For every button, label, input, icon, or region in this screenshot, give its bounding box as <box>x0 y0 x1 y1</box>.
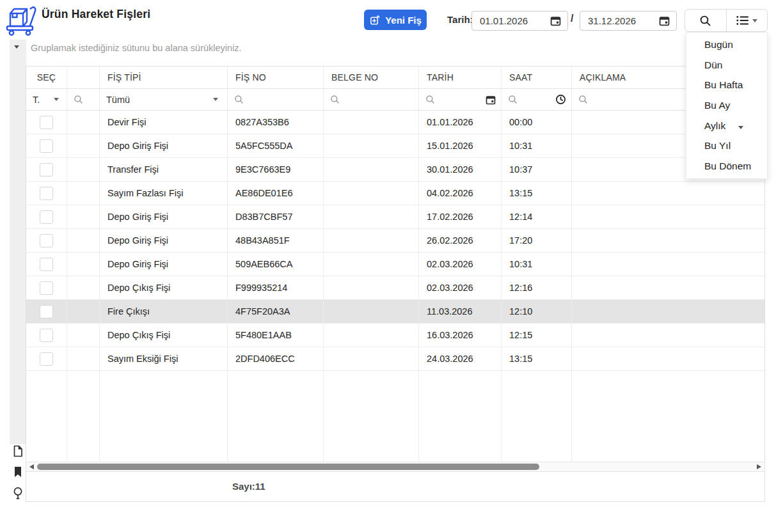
table-row[interactable]: Depo Giriş FişiD83B7CBF5717.02.202612:14 <box>26 205 764 229</box>
row-checkbox[interactable] <box>40 329 53 342</box>
fis-no-filter[interactable] <box>228 89 324 110</box>
lightbulb-icon[interactable] <box>13 487 23 500</box>
column-header-fis-no[interactable]: FİŞ NO <box>228 66 324 88</box>
menu-item-bu-donem[interactable]: Bu Dönem <box>686 156 767 176</box>
date-to-input[interactable]: 31.12.2026 <box>580 11 677 31</box>
date-separator: / <box>571 13 573 24</box>
clock-icon[interactable] <box>555 94 566 105</box>
scrollbar-thumb[interactable] <box>37 464 539 470</box>
row-checkbox[interactable] <box>40 139 53 153</box>
row-checkbox[interactable] <box>40 281 53 295</box>
scroll-right-arrow[interactable] <box>757 464 761 469</box>
scroll-left-arrow[interactable] <box>29 464 34 469</box>
menu-item-bu-hafta[interactable]: Bu Hafta <box>686 75 767 95</box>
horizontal-scrollbar[interactable] <box>26 462 764 471</box>
chevron-down-icon <box>213 98 218 101</box>
cell-fis-tipi: Depo Çıkış Fişi <box>100 276 228 299</box>
row-checkbox[interactable] <box>40 305 53 318</box>
calendar-icon[interactable] <box>486 95 496 105</box>
menu-item-label: Bu Yıl <box>704 140 731 151</box>
cell-tarih: 15.01.2026 <box>419 134 502 157</box>
collapse-group-panel-button[interactable] <box>10 40 26 444</box>
menu-item-label: Dün <box>704 59 722 70</box>
calendar-icon[interactable] <box>550 15 561 26</box>
cell-spacer <box>67 158 100 181</box>
table-row[interactable]: Depo Çıkış FişiF99993521402.03.202612:16 <box>26 276 764 300</box>
select-type-filter[interactable]: T. <box>26 89 67 110</box>
cell-aciklama <box>572 324 764 347</box>
menu-item-bu-ay[interactable]: Bu Ay <box>686 95 767 116</box>
cell-aciklama <box>572 300 764 323</box>
menu-item-aylik[interactable]: Aylık <box>686 116 767 136</box>
quick-date-menu: Bugün Dün Bu Hafta Bu Ay Aylık Bu Yıl Bu… <box>686 32 768 179</box>
date-from-input[interactable]: 01.01.2026 <box>471 11 568 31</box>
cell-fis-tipi: Devir Fişi <box>100 111 228 134</box>
table-row[interactable]: Depo Giriş Fişi48B43A851F26.02.202617:20 <box>26 229 764 253</box>
menu-item-label: Bu Hafta <box>704 79 743 90</box>
calendar-icon[interactable] <box>659 15 670 26</box>
cell-spacer <box>67 229 100 252</box>
cell-select <box>26 205 67 228</box>
saat-filter[interactable] <box>502 89 572 110</box>
belge-no-filter[interactable] <box>324 89 419 110</box>
receipt-plus-icon <box>369 15 380 26</box>
cell-saat: 10:31 <box>502 253 572 276</box>
chevron-down-icon <box>752 19 757 22</box>
tarih-filter[interactable] <box>419 89 502 110</box>
new-receipt-button[interactable]: Yeni Fiş <box>364 10 427 30</box>
quick-date-menu-button[interactable] <box>727 10 768 31</box>
document-icon[interactable] <box>13 445 23 457</box>
data-grid: SEÇ FİŞ TİPİ FİŞ NO BELGE NO TARİH SAAT … <box>26 66 765 502</box>
row-checkbox[interactable] <box>40 187 53 200</box>
search-button[interactable] <box>685 10 727 31</box>
column-header-fis-tipi[interactable]: FİŞ TİPİ <box>100 66 228 88</box>
fis-tipi-filter-select[interactable]: Tümü <box>100 89 228 110</box>
cell-aciklama <box>572 205 764 228</box>
column-header-tarih[interactable]: TARİH <box>419 66 502 88</box>
menu-item-bu-yil[interactable]: Bu Yıl <box>686 136 767 156</box>
menu-item-bugun[interactable]: Bugün <box>686 35 767 55</box>
empty-cell <box>67 371 100 462</box>
search-icon <box>425 95 435 104</box>
cell-aciklama <box>572 276 764 299</box>
cell-belge-no <box>324 300 419 323</box>
table-row[interactable]: Depo Giriş Fişi5A5FC555DA15.01.202610:31 <box>26 134 764 158</box>
row-checkbox[interactable] <box>40 234 53 247</box>
cell-tarih: 02.03.2026 <box>419 276 502 299</box>
cell-spacer <box>67 253 100 276</box>
empty-cell <box>419 371 502 462</box>
column-header-saat[interactable]: SAAT <box>502 66 572 88</box>
menu-item-dun[interactable]: Dün <box>686 55 767 75</box>
empty-cell <box>26 371 67 462</box>
page-title: Ürün Hareket Fişleri <box>42 8 150 21</box>
table-row[interactable]: Fire Çıkışı4F75F20A3A11.03.202612:10 <box>26 300 764 324</box>
column-header-sec[interactable]: SEÇ <box>26 66 67 88</box>
date-to-value: 31.12.2026 <box>588 15 659 26</box>
empty-cell <box>100 371 228 462</box>
column-header-belge-no[interactable]: BELGE NO <box>324 66 419 88</box>
cell-select <box>26 111 67 134</box>
cell-fis-no: 509AEB66CA <box>228 253 324 276</box>
cell-aciklama <box>572 182 764 205</box>
cell-fis-no: 4F75F20A3A <box>228 300 324 323</box>
table-row[interactable]: Depo Giriş Fişi509AEB66CA02.03.202610:31 <box>26 253 764 276</box>
table-body: Devir Fişi0827A353B601.01.202600:00Depo … <box>26 111 764 371</box>
table-row[interactable]: Depo Çıkış Fişi5F480E1AAB16.03.202612:15 <box>26 324 764 347</box>
table-row[interactable]: Sayım Eksiği Fişi2DFD406ECC24.03.202613:… <box>26 347 764 371</box>
row-checkbox[interactable] <box>40 210 53 224</box>
column-header-spacer <box>67 66 100 88</box>
table-row[interactable]: Devir Fişi0827A353B601.01.202600:00 <box>26 111 764 134</box>
new-receipt-label: Yeni Fiş <box>385 15 422 26</box>
bookmark-icon[interactable] <box>13 466 22 478</box>
row-checkbox[interactable] <box>40 116 53 129</box>
row-checkbox[interactable] <box>40 352 53 366</box>
cell-aciklama <box>572 347 764 370</box>
row-checkbox[interactable] <box>40 258 53 271</box>
table-row[interactable]: Sayım Fazlası FişiAE86DE01E604.02.202613… <box>26 182 764 205</box>
cell-saat: 12:10 <box>502 300 572 323</box>
table-row[interactable]: Transfer Fişi9E3C7663E930.01.202610:37 <box>26 158 764 182</box>
cell-select <box>26 253 67 276</box>
cell-fis-no: 9E3C7663E9 <box>228 158 324 181</box>
filter-cell[interactable] <box>67 89 100 110</box>
row-checkbox[interactable] <box>40 163 53 176</box>
